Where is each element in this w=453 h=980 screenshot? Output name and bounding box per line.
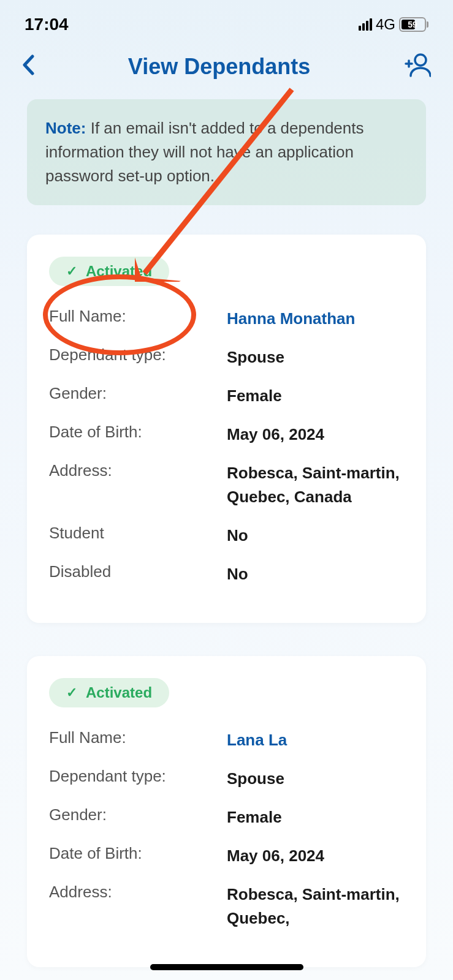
status-time: 17:04 [25, 15, 69, 34]
home-indicator[interactable] [150, 964, 303, 970]
battery-icon: 59 [399, 17, 428, 32]
field-row: StudentNo [49, 524, 404, 548]
field-label: Address: [49, 883, 227, 930]
field-value: Female [227, 805, 282, 829]
field-value: No [227, 562, 248, 586]
status-text: Activated [86, 684, 152, 701]
field-row: Dependant type:Spouse [49, 767, 404, 791]
status-bar: 17:04 4G 59 [0, 0, 453, 40]
field-label: Full Name: [49, 307, 227, 331]
field-value: Spouse [227, 767, 284, 791]
field-value: Spouse [227, 345, 284, 369]
field-label: Gender: [49, 384, 227, 408]
field-row: Date of Birth:May 06, 2024 [49, 844, 404, 868]
field-value: May 06, 2024 [227, 844, 324, 868]
status-badge: ✓Activated [49, 678, 169, 707]
signal-icon [359, 18, 372, 31]
field-label: Dependant type: [49, 345, 227, 369]
field-row: Address:Robesca, Saint-martin, Quebec, [49, 883, 404, 930]
field-value: Lana La [227, 728, 287, 752]
dependant-card[interactable]: ✓ActivatedFull Name:Lana LaDependant typ… [27, 656, 426, 967]
field-row: Dependant type:Spouse [49, 345, 404, 369]
field-row: Gender:Female [49, 384, 404, 408]
status-badge: ✓Activated [49, 257, 169, 286]
field-row: Full Name:Lana La [49, 728, 404, 752]
field-row: Address:Robesca, Saint-martin, Quebec, C… [49, 461, 404, 509]
field-row: Date of Birth:May 06, 2024 [49, 423, 404, 447]
field-label: Date of Birth: [49, 844, 227, 868]
note-text: If an email isn't added to a dependents … [45, 119, 364, 185]
content: Note: If an email isn't added to a depen… [0, 99, 453, 967]
field-row: Full Name:Hanna Monathan [49, 307, 404, 331]
add-user-button[interactable] [404, 53, 431, 81]
status-text: Activated [86, 263, 152, 280]
field-label: Gender: [49, 805, 227, 829]
field-value: Robesca, Saint-martin, Quebec, [227, 883, 404, 930]
svg-point-0 [415, 55, 426, 66]
field-label: Full Name: [49, 728, 227, 752]
page-header: View Dependants [0, 40, 453, 99]
network-label: 4G [376, 16, 395, 33]
check-icon: ✓ [66, 263, 77, 279]
check-icon: ✓ [66, 685, 77, 701]
field-value: Female [227, 384, 282, 408]
field-label: Disabled [49, 562, 227, 586]
field-label: Dependant type: [49, 767, 227, 791]
chevron-left-icon [22, 55, 34, 75]
add-user-icon [404, 53, 431, 78]
note-label: Note: [45, 119, 86, 137]
field-value: No [227, 524, 248, 548]
note-box: Note: If an email isn't added to a depen… [27, 99, 426, 205]
page-title: View Dependants [128, 54, 310, 80]
field-value: Robesca, Saint-martin, Quebec, Canada [227, 461, 404, 509]
dependant-card[interactable]: ✓ActivatedFull Name:Hanna MonathanDepend… [27, 235, 426, 623]
field-row: Gender:Female [49, 805, 404, 829]
status-right: 4G 59 [359, 16, 428, 33]
field-label: Date of Birth: [49, 423, 227, 447]
field-row: DisabledNo [49, 562, 404, 586]
field-value: May 06, 2024 [227, 423, 324, 447]
field-label: Student [49, 524, 227, 548]
field-value: Hanna Monathan [227, 307, 355, 331]
back-button[interactable] [22, 55, 34, 80]
field-label: Address: [49, 461, 227, 509]
